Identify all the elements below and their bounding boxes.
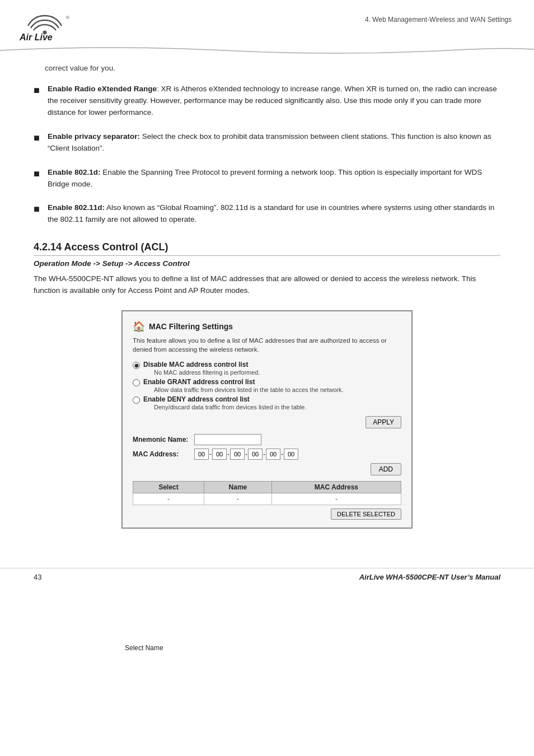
table-header-mac: MAC Address (271, 482, 401, 493)
radio-option-deny[interactable]: Enable DENY address control list Deny/di… (133, 395, 401, 410)
bullet-label-3: Enable 802.1d: (48, 168, 101, 176)
apply-button[interactable]: APPLY (366, 416, 401, 428)
radio-disable-label: Disable MAC address control list (143, 361, 260, 368)
bullet-label-2: Enable privacy separator: (48, 132, 140, 141)
bullet-text-2: Enable privacy separator: Select the che… (48, 131, 500, 155)
bullet-text-4: Enable 802.11d: Also known as “Global Ro… (48, 202, 500, 226)
mac-filtering-box: 🏠 MAC Filtering Settings This feature al… (121, 310, 413, 529)
select-name-area: Select Name (125, 643, 216, 669)
mac-octet-4[interactable] (248, 449, 263, 460)
section-desc: The WHA-5500CPE-NT allows you to define … (34, 273, 500, 297)
mnemonic-input[interactable] (194, 434, 261, 445)
acl-table: Select Name MAC Address - - - (133, 481, 401, 505)
bullet-icon-1: ■ (34, 84, 40, 97)
mac-box-title: MAC Filtering Settings (149, 322, 233, 331)
mac-box-title-row: 🏠 MAC Filtering Settings (133, 320, 401, 333)
bullet-icon-4: ■ (34, 203, 40, 216)
table-header-name: Name (204, 482, 272, 493)
mac-octet-5[interactable] (266, 449, 280, 460)
intro-text: correct value for you. (45, 64, 500, 72)
table-header-row: Select Name MAC Address (133, 482, 401, 493)
bullet-body-4: Also known as “Global Roaming”. 802.11d … (48, 203, 494, 223)
svg-text:®: ® (66, 15, 69, 20)
radio-group: Disable MAC address control list No MAC … (133, 361, 401, 410)
section-subheading: Operation Mode -> Setup -> Access Contro… (34, 259, 500, 268)
radio-disable-sub: No MAC address filtering is performed. (154, 369, 260, 376)
bullet-label-4: Enable 802.11d: (48, 203, 105, 212)
bullet-8021d: ■ Enable 802.1d: Enable the Spanning Tre… (34, 167, 500, 190)
table-cell-mac: - (271, 493, 401, 505)
bullet-text-1: Enable Radio eXtended Range: XR is Ather… (48, 83, 500, 119)
header-page-ref: 4. Web Management-Wireless and WAN Setti… (365, 10, 512, 24)
delete-row: DELETE SELECTED (133, 508, 401, 520)
page-footer: 43 AirLive WHA-5500CPE-NT User’s Manual (0, 568, 534, 586)
radio-option-grant[interactable]: Enable GRANT address control list Allow … (133, 378, 401, 393)
add-row: ADD (133, 463, 401, 475)
mac-inputs: - - - - - (194, 449, 298, 460)
mnemonic-row: Mnemonic Name: (133, 434, 401, 445)
mac-box-desc: This feature allows you to define a list… (133, 336, 401, 354)
table-cell-name: - (204, 493, 272, 505)
table-header-select: Select (133, 482, 204, 493)
add-button[interactable]: ADD (371, 463, 401, 475)
delete-selected-button[interactable]: DELETE SELECTED (331, 508, 401, 520)
radio-disable[interactable] (133, 362, 140, 369)
main-content: correct value for you. ■ Enable Radio eX… (0, 54, 534, 562)
mac-octet-3[interactable] (230, 449, 245, 460)
section-heading: 4.2.14 Access Control (ACL) (34, 241, 500, 256)
bullet-icon-3: ■ (34, 167, 40, 180)
svg-text:Air Live: Air Live (19, 32, 53, 41)
select-name-label: Select Name (125, 644, 163, 652)
header-wave (0, 44, 534, 54)
page-header: Air Live ® 4. Web Management-Wireless an… (0, 0, 534, 43)
bullet-label-1: Enable Radio eXtended Range (48, 85, 157, 93)
apply-row: APPLY (133, 416, 401, 428)
bullet-enable-radio: ■ Enable Radio eXtended Range: XR is Ath… (34, 83, 500, 119)
mac-box-icon: 🏠 (133, 320, 145, 333)
bullet-icon-2: ■ (34, 132, 40, 144)
mac-octet-1[interactable] (194, 449, 209, 460)
footer-page-number: 43 (34, 573, 41, 581)
mac-address-row: MAC Address: - - - - - (133, 449, 401, 460)
mac-label: MAC Address: (133, 450, 194, 458)
table-row: - - - (133, 493, 401, 505)
bullet-text-3: Enable 802.1d: Enable the Spanning Tree … (48, 167, 500, 190)
mac-octet-2[interactable] (212, 449, 227, 460)
footer-brand: AirLive WHA-5500CPE-NT User’s Manual (359, 573, 500, 581)
mac-octet-6[interactable] (284, 449, 298, 460)
bullet-body-3: Enable the Spanning Tree Protocol to pre… (48, 168, 482, 188)
radio-grant-label: Enable GRANT address control list (143, 378, 344, 386)
logo: Air Live ® (17, 10, 84, 43)
radio-grant-sub: Allow data traffic from devices listed i… (154, 386, 344, 393)
bullet-privacy-sep: ■ Enable privacy separator: Select the c… (34, 131, 500, 155)
radio-option-disable[interactable]: Disable MAC address control list No MAC … (133, 361, 401, 376)
table-cell-select: - (133, 493, 204, 505)
radio-grant[interactable] (133, 379, 140, 386)
radio-deny-sub: Deny/discard data traffic from devices l… (154, 404, 307, 410)
airlive-logo-svg: Air Live ® (17, 10, 78, 41)
mnemonic-label: Mnemonic Name: (133, 436, 194, 444)
mac-box-wrapper: 🏠 MAC Filtering Settings This feature al… (34, 310, 500, 529)
bullet-80211d: ■ Enable 802.11d: Also known as “Global … (34, 202, 500, 226)
radio-deny-label: Enable DENY address control list (143, 395, 307, 403)
radio-deny[interactable] (133, 396, 140, 404)
